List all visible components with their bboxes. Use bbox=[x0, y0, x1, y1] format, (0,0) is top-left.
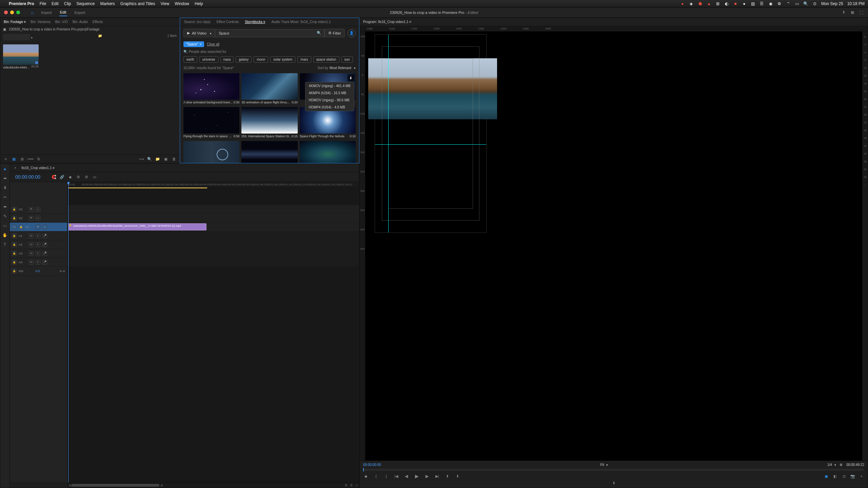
user-avatar[interactable]: 👤 bbox=[348, 29, 356, 37]
lock-icon[interactable]: 🔒 bbox=[12, 207, 17, 212]
mute-icon[interactable]: ▭ bbox=[42, 225, 47, 229]
comparison-icon[interactable]: ◧ bbox=[832, 473, 838, 479]
mix-value[interactable]: 0.0 bbox=[36, 269, 40, 273]
mark-in-icon[interactable]: { bbox=[373, 473, 379, 479]
menu-clip[interactable]: Clip bbox=[64, 1, 71, 6]
mute-icon[interactable]: M bbox=[29, 233, 34, 238]
linked-selection-icon[interactable]: 🔗 bbox=[59, 174, 65, 180]
project-search-input[interactable] bbox=[3, 34, 30, 40]
razor-tool[interactable]: ✂ bbox=[2, 194, 8, 200]
timeline-timecode[interactable]: 00:00:00:00 bbox=[13, 174, 43, 180]
video-clip[interactable]: videoblocks-64649c26cdf8cd05c4ea538c_bcx… bbox=[68, 223, 206, 230]
tab-bin-vo[interactable]: Bin: V/O bbox=[55, 20, 68, 24]
track-a3[interactable] bbox=[67, 249, 359, 258]
search-icon[interactable]: 🔍 bbox=[316, 30, 322, 36]
tag-solar-system[interactable]: solar system bbox=[270, 56, 295, 63]
tab-source[interactable]: Source: (no clips) bbox=[184, 20, 211, 24]
slip-tool[interactable]: ⬌ bbox=[2, 204, 8, 210]
source-patch[interactable]: V1 bbox=[12, 225, 17, 229]
lock-icon[interactable]: 🔒 bbox=[12, 216, 17, 221]
list-view-icon[interactable]: ≡ bbox=[3, 156, 8, 162]
pen-tool[interactable]: ✎ bbox=[2, 213, 8, 219]
lock-icon[interactable]: 🔒 bbox=[19, 225, 23, 229]
program-canvas[interactable] bbox=[365, 32, 862, 461]
scrollbar-thumb[interactable] bbox=[71, 484, 159, 487]
result-item[interactable]: Back view of two supervisors stand...0:1… bbox=[183, 141, 239, 163]
button-editor-icon[interactable]: + bbox=[859, 473, 864, 479]
mute-icon[interactable]: M bbox=[29, 242, 34, 247]
trash-icon[interactable]: 🗑 bbox=[171, 156, 177, 162]
track-header-a2[interactable]: 🔒A2MS🎤 bbox=[10, 240, 67, 249]
result-item[interactable]: ⬇ 4KMOV (mjpeg) - 461.4 MB 4KMP4 (h264) … bbox=[300, 73, 356, 105]
menu-file[interactable]: File bbox=[40, 1, 46, 6]
lock-icon[interactable]: 🔒 bbox=[12, 260, 17, 265]
toggle-output-icon[interactable]: 👁 bbox=[29, 216, 34, 221]
toggle-output-icon[interactable]: 👁 bbox=[36, 225, 40, 229]
status-icon[interactable]: ● bbox=[742, 1, 747, 6]
media-type-dropdown[interactable]: ▶ All Video bbox=[183, 29, 215, 37]
menu-edit[interactable]: Edit bbox=[52, 1, 59, 6]
storyblocks-search-input[interactable] bbox=[215, 29, 324, 37]
search-dropdown-icon[interactable]: ▸ bbox=[31, 36, 33, 39]
sort-icon[interactable]: ⇅ bbox=[36, 156, 41, 162]
tag-earth[interactable]: earth bbox=[183, 56, 197, 63]
download-option[interactable]: HDMP4 (h264) - 4.8 MB bbox=[305, 104, 354, 111]
menubar-time[interactable]: 10:18 PM bbox=[847, 1, 865, 6]
status-icon[interactable]: ■ bbox=[733, 1, 738, 6]
tab-bin-footage[interactable]: Bin: Footage ≡ bbox=[4, 20, 26, 24]
menu-window[interactable]: Window bbox=[175, 1, 189, 6]
icon-view-icon[interactable]: ▦ bbox=[11, 156, 17, 162]
track-select-tool[interactable]: ⬌ bbox=[2, 175, 8, 181]
tab-storyblocks[interactable]: Storyblocks ≡ bbox=[245, 20, 265, 24]
menu-sequence[interactable]: Sequence bbox=[76, 1, 95, 6]
remove-chip-icon[interactable]: × bbox=[199, 42, 201, 46]
status-icon[interactable]: ● bbox=[680, 1, 685, 6]
status-icon[interactable]: ▤ bbox=[751, 1, 755, 6]
status-icon[interactable]: ⬢ bbox=[698, 1, 703, 6]
freeform-view-icon[interactable]: ⊞ bbox=[19, 156, 25, 162]
menu-markers[interactable]: Markers bbox=[100, 1, 115, 6]
tag-universe[interactable]: universe bbox=[199, 56, 218, 63]
status-icon[interactable]: ◐ bbox=[724, 1, 729, 6]
solo-indicator[interactable]: S bbox=[345, 484, 347, 487]
wifi-icon[interactable]: ⌃ bbox=[786, 1, 791, 6]
guide-horizontal[interactable] bbox=[375, 144, 486, 145]
menu-help[interactable]: Help bbox=[195, 1, 203, 6]
control-center-icon[interactable]: ⊙ bbox=[812, 1, 817, 6]
status-icon[interactable]: ⊞ bbox=[715, 1, 720, 6]
hand-tool[interactable]: ✋ bbox=[2, 232, 8, 238]
battery-icon[interactable]: ▭ bbox=[795, 1, 800, 6]
playhead[interactable] bbox=[68, 182, 68, 483]
extract-icon[interactable]: ⬇ bbox=[455, 473, 460, 479]
snap-icon[interactable]: 🧲 bbox=[51, 174, 57, 180]
track-header-mix[interactable]: 🔒Mix0.0⊳⊲ bbox=[10, 267, 67, 276]
solo-icon[interactable]: S bbox=[36, 251, 40, 256]
ripple-edit-tool[interactable]: ⬍ bbox=[2, 185, 8, 191]
mark-out-icon[interactable]: } bbox=[383, 473, 389, 479]
track-header-v3[interactable]: 🔒V3👁▭ bbox=[10, 205, 67, 214]
status-icon[interactable]: ▲ bbox=[707, 1, 711, 6]
bin-icon[interactable]: ▣ bbox=[3, 27, 6, 31]
scroll-left-icon[interactable]: ○ bbox=[69, 483, 71, 487]
track-header-a4[interactable]: 🔒A4MS🎤 bbox=[10, 258, 67, 267]
solo-indicator[interactable]: S bbox=[351, 484, 353, 487]
track-a1[interactable] bbox=[67, 231, 359, 240]
toggle-output-icon[interactable]: 👁 bbox=[29, 207, 34, 212]
menu-view[interactable]: View bbox=[161, 1, 170, 6]
record-icon[interactable]: 🎤 bbox=[42, 242, 47, 247]
program-timecode-left[interactable]: 00:00:00:00 bbox=[363, 463, 381, 467]
folder-icon[interactable]: 📁 bbox=[98, 34, 102, 40]
track-header-a3[interactable]: 🔒A3MS🎤 bbox=[10, 249, 67, 258]
rectangle-tool[interactable]: ▭ bbox=[2, 223, 8, 229]
settings-icon[interactable]: ⚙ bbox=[840, 463, 843, 467]
zoom-slider[interactable]: ○━━ bbox=[27, 156, 33, 162]
result-item[interactable]: Interstellar Nebula Space journey0:15 bbox=[300, 141, 356, 163]
step-back-icon[interactable]: ◀| bbox=[404, 473, 409, 479]
download-option[interactable]: 4KMOV (mjpeg) - 461.4 MB bbox=[305, 82, 354, 89]
lock-icon[interactable]: 🔒 bbox=[12, 242, 17, 247]
export-frame-icon[interactable]: ▣ bbox=[824, 473, 829, 479]
result-item[interactable]: 3D animation of space flight throu...0:2… bbox=[241, 73, 297, 105]
project-clip[interactable]: videoblocks-64649c26cdf8c...49:28 bbox=[3, 44, 39, 69]
status-icon[interactable]: ◈ bbox=[689, 1, 694, 6]
workspace-icon[interactable]: ▦ bbox=[850, 10, 855, 15]
